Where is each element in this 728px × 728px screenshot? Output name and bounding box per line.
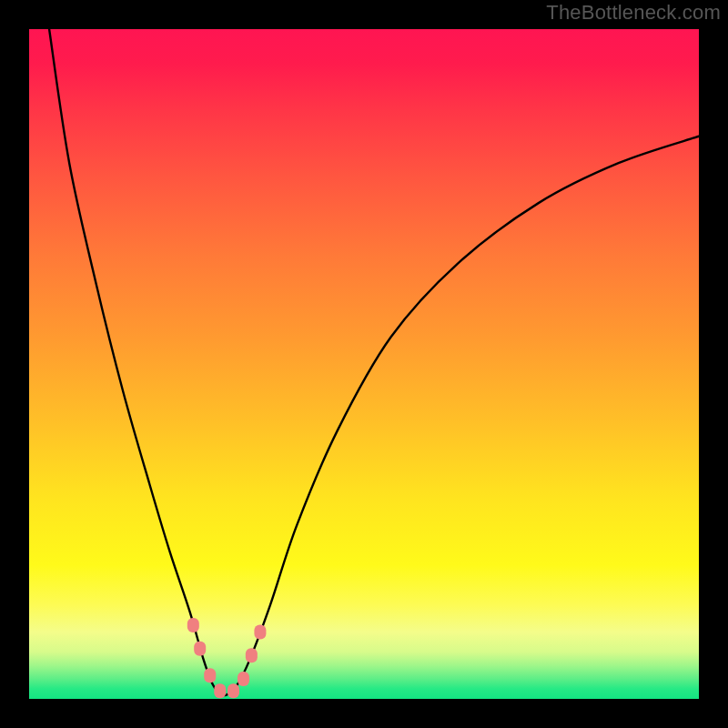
curve-marker — [228, 683, 239, 698]
bottleneck-curve — [49, 29, 699, 695]
curve-svg — [29, 29, 699, 699]
curve-marker — [246, 648, 258, 662]
curve-marker — [214, 683, 226, 698]
curve-marker — [238, 672, 249, 686]
curve-marker — [204, 668, 216, 682]
curve-marker — [187, 618, 199, 632]
plot-area — [29, 29, 699, 699]
curve-marker — [254, 624, 266, 639]
watermark-text: TheBottleneck.com — [546, 1, 721, 25]
curve-marker — [194, 642, 206, 656]
chart-frame: TheBottleneck.com — [0, 0, 728, 728]
